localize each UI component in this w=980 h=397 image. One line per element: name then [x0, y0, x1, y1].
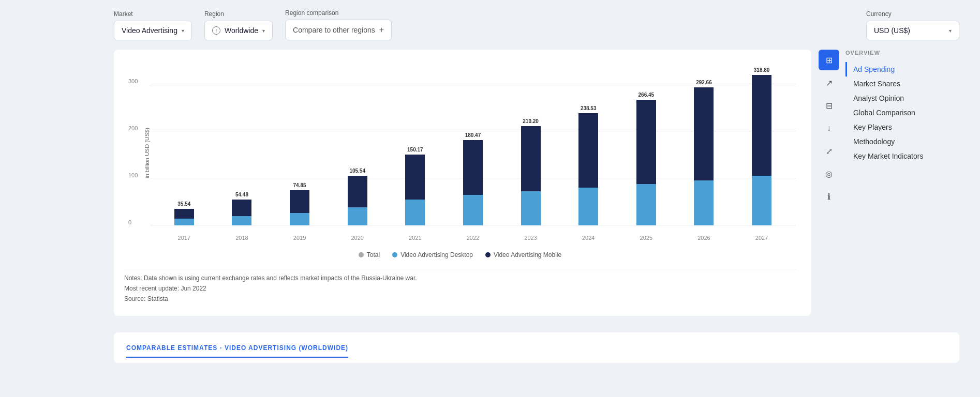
notes-section: Notes: Data shown is using current excha…	[124, 269, 796, 302]
market-control: Market Video Advertising ▾	[114, 10, 192, 40]
bar-desktop-2027	[752, 176, 771, 225]
nav-item-market-shares[interactable]: Market Shares	[845, 77, 959, 91]
bar-stack-2027	[752, 75, 771, 225]
notes-line1: Notes: Data shown is using current excha…	[124, 274, 796, 282]
nav-item-global-comparison[interactable]: Global Comparison	[845, 105, 959, 120]
bar-value-2026: 292.66	[696, 80, 712, 85]
bar-group-2024: 238.53	[578, 105, 598, 225]
x-label-2020: 2020	[351, 235, 363, 241]
table-icon[interactable]: ⊟	[819, 95, 839, 116]
currency-dropdown[interactable]: USD (US$) ▾	[866, 21, 959, 40]
region-control: Region i Worldwide ▾	[204, 10, 273, 40]
chart-area: in billion USD (US$) 0 100 200 300 35.54…	[124, 65, 796, 241]
bar-stack-2025	[636, 100, 656, 225]
chart-panel: in billion USD (US$) 0 100 200 300 35.54…	[114, 50, 811, 316]
bar-stack-2017	[174, 209, 194, 225]
x-axis: 2017201820192020202120222023202420252026…	[150, 235, 796, 241]
x-label-2018: 2018	[235, 235, 248, 241]
legend-mobile-label: Video Advertising Mobile	[494, 251, 561, 258]
region-value: Worldwide	[225, 26, 258, 35]
comparable-title: COMPARABLE ESTIMATES - VIDEO ADVERTISING…	[126, 344, 348, 358]
x-label-2022: 2022	[467, 235, 479, 241]
region-dropdown[interactable]: i Worldwide ▾	[204, 21, 273, 40]
bar-value-2020: 105.54	[349, 168, 365, 174]
bar-mobile-2018	[232, 200, 251, 216]
nav-item-analyst-opinion[interactable]: Analyst Opinion	[845, 91, 959, 105]
region-info-icon: i	[212, 26, 220, 35]
notes-line2: Most recent update: Jun 2022	[124, 285, 796, 292]
nav-item-key-players[interactable]: Key Players	[845, 120, 959, 134]
comparable-card: COMPARABLE ESTIMATES - VIDEO ADVERTISING…	[114, 332, 959, 363]
bar-desktop-2024	[578, 188, 598, 225]
expand-icon[interactable]: ⤢	[819, 141, 839, 161]
bar-group-2022: 180.47	[463, 132, 483, 225]
bar-mobile-2020	[348, 176, 367, 208]
nav-item-key-market-indicators[interactable]: Key Market Indicators	[845, 149, 959, 163]
chart-inner: 0 100 200 300 35.5454.4874.85105.54150.1…	[150, 65, 796, 241]
currency-value: USD (US$)	[874, 26, 910, 35]
trend-icon[interactable]: ↗	[819, 72, 839, 93]
x-label-2026: 2026	[697, 235, 710, 241]
region-comparison-label: Region comparison	[285, 9, 392, 17]
chart-bar-icon[interactable]: ⊞	[819, 50, 839, 70]
bar-group-2026: 292.66	[694, 80, 714, 225]
bar-value-2027: 318.80	[754, 67, 770, 73]
x-label-2025: 2025	[640, 235, 652, 241]
legend-desktop-dot	[392, 252, 397, 257]
x-label-2017: 2017	[178, 235, 190, 241]
download-icon[interactable]: ↓	[819, 118, 839, 139]
region-comparison-dropdown[interactable]: Compare to other regions +	[285, 20, 392, 40]
legend-desktop: Video Advertising Desktop	[392, 251, 473, 258]
bar-stack-2024	[578, 113, 598, 225]
market-value: Video Advertising	[122, 26, 177, 35]
add-region-icon: +	[379, 25, 384, 35]
x-label-2024: 2024	[582, 235, 595, 241]
bar-group-2017: 35.54	[174, 201, 194, 225]
market-label: Market	[114, 10, 192, 18]
sidebar-icons: ⊞↗⊟↓⤢◎ℹ	[816, 50, 841, 316]
bar-mobile-2022	[463, 140, 483, 194]
bar-value-2022: 180.47	[465, 132, 481, 138]
y-axis-label: in billion USD (US$)	[144, 128, 150, 178]
bar-value-2019: 74.85	[293, 182, 306, 188]
region-chevron-icon: ▾	[262, 28, 265, 34]
bar-mobile-2017	[174, 209, 194, 219]
bar-stack-2019	[290, 190, 309, 225]
bar-value-2018: 54.48	[235, 192, 248, 197]
nav-item-ad-spending[interactable]: Ad Spending	[845, 62, 959, 77]
region-label: Region	[204, 10, 273, 18]
bar-value-2025: 266.45	[639, 92, 655, 98]
bottom-section: COMPARABLE ESTIMATES - VIDEO ADVERTISING…	[0, 332, 980, 363]
bar-desktop-2019	[290, 213, 309, 225]
bar-group-2019: 74.85	[290, 182, 309, 225]
bar-stack-2026	[694, 87, 714, 225]
bar-stack-2023	[521, 126, 541, 225]
bar-mobile-2019	[290, 190, 309, 213]
bar-mobile-2024	[578, 113, 598, 188]
market-dropdown[interactable]: Video Advertising ▾	[114, 21, 192, 40]
region-comparison-control: Region comparison Compare to other regio…	[285, 9, 392, 40]
legend-total: Total	[359, 251, 380, 258]
bar-group-2020: 105.54	[348, 168, 367, 225]
nav-item-methodology[interactable]: Methodology	[845, 134, 959, 149]
bar-desktop-2025	[636, 184, 656, 225]
bar-desktop-2022	[463, 195, 483, 225]
legend-mobile: Video Advertising Mobile	[485, 251, 561, 258]
bar-desktop-2017	[174, 219, 194, 225]
legend-total-dot	[359, 252, 364, 257]
legend-desktop-label: Video Advertising Desktop	[400, 251, 473, 258]
bars-container: 35.5454.4874.85105.54150.17180.47210.202…	[150, 65, 796, 225]
bar-value-2023: 210.20	[523, 118, 539, 124]
region-comparison-value: Compare to other regions	[293, 26, 375, 34]
eye-icon[interactable]: ◎	[819, 163, 839, 184]
bar-mobile-2025	[636, 100, 656, 184]
currency-chevron-icon: ▾	[949, 28, 952, 34]
bar-group-2021: 150.17	[405, 147, 425, 225]
bar-stack-2020	[348, 176, 367, 225]
bar-desktop-2021	[405, 200, 425, 225]
right-nav: OVERVIEW Ad SpendingMarket SharesAnalyst…	[845, 50, 959, 316]
bar-stack-2018	[232, 200, 251, 225]
x-label-2019: 2019	[293, 235, 306, 241]
bar-mobile-2023	[521, 126, 541, 191]
info-icon[interactable]: ℹ	[819, 186, 839, 207]
